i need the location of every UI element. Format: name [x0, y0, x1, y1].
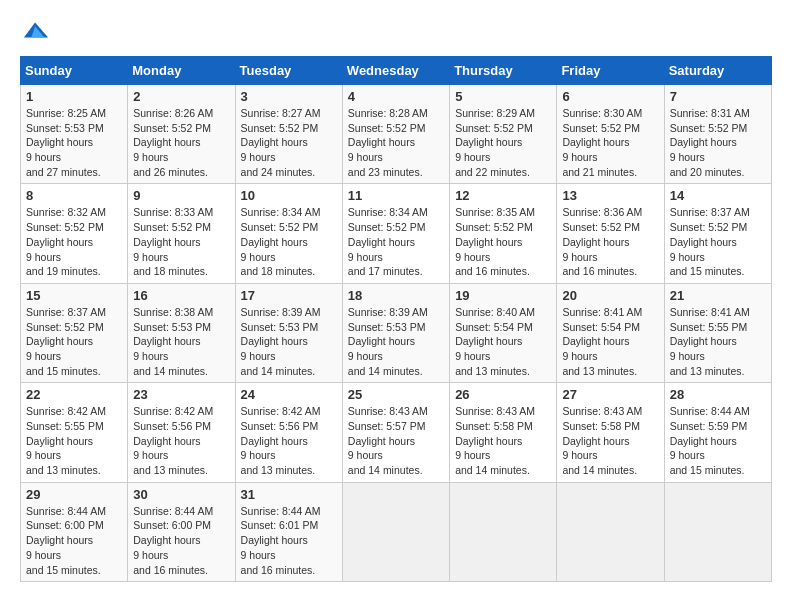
day-number: 31	[241, 487, 337, 502]
day-number: 7	[670, 89, 766, 104]
day-number: 20	[562, 288, 658, 303]
calendar-day-cell: 13Sunrise: 8:36 AMSunset: 5:52 PMDayligh…	[557, 184, 664, 283]
day-number: 30	[133, 487, 229, 502]
calendar-day-cell: 17Sunrise: 8:39 AMSunset: 5:53 PMDayligh…	[235, 283, 342, 382]
calendar-day-cell: 12Sunrise: 8:35 AMSunset: 5:52 PMDayligh…	[450, 184, 557, 283]
calendar-day-cell: 29Sunrise: 8:44 AMSunset: 6:00 PMDayligh…	[21, 482, 128, 581]
day-number: 9	[133, 188, 229, 203]
calendar-day-cell: 23Sunrise: 8:42 AMSunset: 5:56 PMDayligh…	[128, 383, 235, 482]
calendar-day-cell: 2Sunrise: 8:26 AMSunset: 5:52 PMDaylight…	[128, 85, 235, 184]
day-info: Sunrise: 8:25 AMSunset: 5:53 PMDaylight …	[26, 106, 122, 179]
day-info: Sunrise: 8:41 AMSunset: 5:54 PMDaylight …	[562, 305, 658, 378]
calendar-day-cell	[342, 482, 449, 581]
calendar-day-cell	[450, 482, 557, 581]
day-info: Sunrise: 8:43 AMSunset: 5:57 PMDaylight …	[348, 404, 444, 477]
day-number: 27	[562, 387, 658, 402]
day-info: Sunrise: 8:40 AMSunset: 5:54 PMDaylight …	[455, 305, 551, 378]
calendar-day-cell: 8Sunrise: 8:32 AMSunset: 5:52 PMDaylight…	[21, 184, 128, 283]
day-info: Sunrise: 8:29 AMSunset: 5:52 PMDaylight …	[455, 106, 551, 179]
calendar-day-cell: 7Sunrise: 8:31 AMSunset: 5:52 PMDaylight…	[664, 85, 771, 184]
weekday-header: Sunday	[21, 57, 128, 85]
calendar-day-cell	[664, 482, 771, 581]
day-number: 29	[26, 487, 122, 502]
calendar-day-cell: 15Sunrise: 8:37 AMSunset: 5:52 PMDayligh…	[21, 283, 128, 382]
calendar-day-cell: 28Sunrise: 8:44 AMSunset: 5:59 PMDayligh…	[664, 383, 771, 482]
calendar-day-cell: 19Sunrise: 8:40 AMSunset: 5:54 PMDayligh…	[450, 283, 557, 382]
day-number: 26	[455, 387, 551, 402]
logo-icon	[22, 20, 50, 42]
day-number: 13	[562, 188, 658, 203]
day-info: Sunrise: 8:37 AMSunset: 5:52 PMDaylight …	[670, 205, 766, 278]
day-info: Sunrise: 8:42 AMSunset: 5:56 PMDaylight …	[133, 404, 229, 477]
day-number: 15	[26, 288, 122, 303]
day-number: 23	[133, 387, 229, 402]
calendar-table: SundayMondayTuesdayWednesdayThursdayFrid…	[20, 56, 772, 582]
day-info: Sunrise: 8:30 AMSunset: 5:52 PMDaylight …	[562, 106, 658, 179]
day-number: 14	[670, 188, 766, 203]
calendar-day-cell: 11Sunrise: 8:34 AMSunset: 5:52 PMDayligh…	[342, 184, 449, 283]
calendar-day-cell: 31Sunrise: 8:44 AMSunset: 6:01 PMDayligh…	[235, 482, 342, 581]
day-info: Sunrise: 8:33 AMSunset: 5:52 PMDaylight …	[133, 205, 229, 278]
day-number: 25	[348, 387, 444, 402]
day-number: 2	[133, 89, 229, 104]
calendar-day-cell: 30Sunrise: 8:44 AMSunset: 6:00 PMDayligh…	[128, 482, 235, 581]
calendar-day-cell: 25Sunrise: 8:43 AMSunset: 5:57 PMDayligh…	[342, 383, 449, 482]
day-info: Sunrise: 8:34 AMSunset: 5:52 PMDaylight …	[348, 205, 444, 278]
calendar-week-row: 22Sunrise: 8:42 AMSunset: 5:55 PMDayligh…	[21, 383, 772, 482]
day-number: 19	[455, 288, 551, 303]
weekday-header: Tuesday	[235, 57, 342, 85]
day-info: Sunrise: 8:26 AMSunset: 5:52 PMDaylight …	[133, 106, 229, 179]
day-number: 1	[26, 89, 122, 104]
day-info: Sunrise: 8:42 AMSunset: 5:56 PMDaylight …	[241, 404, 337, 477]
day-info: Sunrise: 8:42 AMSunset: 5:55 PMDaylight …	[26, 404, 122, 477]
day-info: Sunrise: 8:43 AMSunset: 5:58 PMDaylight …	[455, 404, 551, 477]
calendar-day-cell: 3Sunrise: 8:27 AMSunset: 5:52 PMDaylight…	[235, 85, 342, 184]
day-info: Sunrise: 8:31 AMSunset: 5:52 PMDaylight …	[670, 106, 766, 179]
day-info: Sunrise: 8:34 AMSunset: 5:52 PMDaylight …	[241, 205, 337, 278]
logo	[20, 20, 50, 46]
day-info: Sunrise: 8:39 AMSunset: 5:53 PMDaylight …	[348, 305, 444, 378]
day-number: 5	[455, 89, 551, 104]
day-number: 16	[133, 288, 229, 303]
day-info: Sunrise: 8:36 AMSunset: 5:52 PMDaylight …	[562, 205, 658, 278]
day-info: Sunrise: 8:32 AMSunset: 5:52 PMDaylight …	[26, 205, 122, 278]
calendar-day-cell: 1Sunrise: 8:25 AMSunset: 5:53 PMDaylight…	[21, 85, 128, 184]
day-number: 4	[348, 89, 444, 104]
calendar-day-cell: 21Sunrise: 8:41 AMSunset: 5:55 PMDayligh…	[664, 283, 771, 382]
day-number: 21	[670, 288, 766, 303]
calendar-week-row: 15Sunrise: 8:37 AMSunset: 5:52 PMDayligh…	[21, 283, 772, 382]
weekday-header: Saturday	[664, 57, 771, 85]
day-number: 18	[348, 288, 444, 303]
calendar-day-cell: 14Sunrise: 8:37 AMSunset: 5:52 PMDayligh…	[664, 184, 771, 283]
day-number: 8	[26, 188, 122, 203]
day-info: Sunrise: 8:43 AMSunset: 5:58 PMDaylight …	[562, 404, 658, 477]
day-number: 28	[670, 387, 766, 402]
day-info: Sunrise: 8:41 AMSunset: 5:55 PMDaylight …	[670, 305, 766, 378]
day-number: 3	[241, 89, 337, 104]
day-info: Sunrise: 8:38 AMSunset: 5:53 PMDaylight …	[133, 305, 229, 378]
day-number: 10	[241, 188, 337, 203]
page-header	[20, 20, 772, 46]
weekday-header: Wednesday	[342, 57, 449, 85]
day-info: Sunrise: 8:44 AMSunset: 6:01 PMDaylight …	[241, 504, 337, 577]
day-info: Sunrise: 8:44 AMSunset: 6:00 PMDaylight …	[26, 504, 122, 577]
weekday-header: Friday	[557, 57, 664, 85]
calendar-day-cell: 24Sunrise: 8:42 AMSunset: 5:56 PMDayligh…	[235, 383, 342, 482]
weekday-header-row: SundayMondayTuesdayWednesdayThursdayFrid…	[21, 57, 772, 85]
calendar-day-cell: 22Sunrise: 8:42 AMSunset: 5:55 PMDayligh…	[21, 383, 128, 482]
weekday-header: Monday	[128, 57, 235, 85]
day-number: 22	[26, 387, 122, 402]
calendar-day-cell: 10Sunrise: 8:34 AMSunset: 5:52 PMDayligh…	[235, 184, 342, 283]
day-info: Sunrise: 8:27 AMSunset: 5:52 PMDaylight …	[241, 106, 337, 179]
day-number: 11	[348, 188, 444, 203]
calendar-day-cell: 5Sunrise: 8:29 AMSunset: 5:52 PMDaylight…	[450, 85, 557, 184]
calendar-week-row: 8Sunrise: 8:32 AMSunset: 5:52 PMDaylight…	[21, 184, 772, 283]
calendar-day-cell: 26Sunrise: 8:43 AMSunset: 5:58 PMDayligh…	[450, 383, 557, 482]
day-number: 24	[241, 387, 337, 402]
calendar-day-cell: 27Sunrise: 8:43 AMSunset: 5:58 PMDayligh…	[557, 383, 664, 482]
day-info: Sunrise: 8:28 AMSunset: 5:52 PMDaylight …	[348, 106, 444, 179]
calendar-day-cell: 18Sunrise: 8:39 AMSunset: 5:53 PMDayligh…	[342, 283, 449, 382]
day-info: Sunrise: 8:44 AMSunset: 6:00 PMDaylight …	[133, 504, 229, 577]
day-info: Sunrise: 8:35 AMSunset: 5:52 PMDaylight …	[455, 205, 551, 278]
calendar-week-row: 1Sunrise: 8:25 AMSunset: 5:53 PMDaylight…	[21, 85, 772, 184]
